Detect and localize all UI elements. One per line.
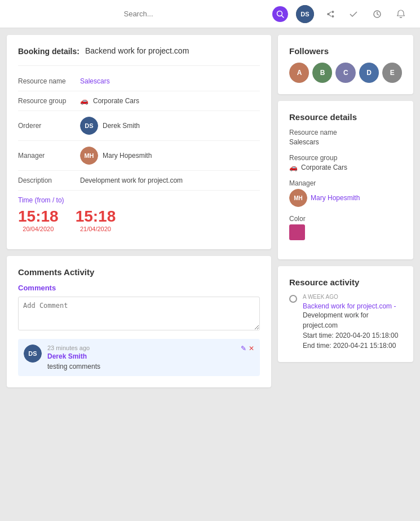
check-icon[interactable] bbox=[346, 6, 361, 22]
activity-end-time: End time: 2020-04-21 15:18:00 bbox=[303, 341, 402, 351]
comments-label: Comments bbox=[18, 284, 260, 292]
resource-name-value: Salescars bbox=[80, 77, 110, 85]
resource-details-color-value bbox=[289, 224, 402, 240]
time-to-date: 21/04/2020 bbox=[80, 226, 111, 232]
search-bar[interactable] bbox=[11, 10, 266, 18]
time-row: 15:18 20/04/2020 15:18 21/04/2020 bbox=[18, 207, 260, 232]
comment-avatar: DS bbox=[24, 345, 42, 363]
resource-details-group-value: 🚗 Corporate Cars bbox=[289, 164, 402, 171]
manager-row: Manager MH Mary Hopesmith bbox=[18, 141, 260, 171]
followers-avatars: A B C D E bbox=[289, 63, 402, 83]
main-content: Booking details: Backend work for projec… bbox=[0, 28, 420, 394]
comment-textarea[interactable] bbox=[18, 297, 260, 330]
resource-group-label: Resource group bbox=[18, 97, 80, 105]
description-value: Development work for project.com bbox=[80, 176, 183, 184]
car-icon-2: 🚗 bbox=[289, 164, 298, 171]
activity-time: A WEEK AGO bbox=[303, 294, 402, 300]
time-to-block: 15:18 21/04/2020 bbox=[76, 207, 116, 232]
resource-name-row: Resource name Salescars bbox=[18, 72, 260, 91]
activity-body: A WEEK AGO Backend work for project.com … bbox=[303, 294, 402, 351]
share-icon[interactable] bbox=[322, 6, 338, 22]
resource-details-card: Resource details Resource name Salescars… bbox=[278, 101, 413, 259]
booking-details-card: Booking details: Backend work for projec… bbox=[7, 35, 271, 249]
follower-avatar-5: E bbox=[382, 63, 402, 83]
resource-manager-avatar: MH bbox=[289, 189, 307, 207]
resource-details-color-field: Color bbox=[289, 215, 402, 240]
activity-item: A WEEK AGO Backend work for project.com … bbox=[289, 294, 402, 351]
clock-icon[interactable] bbox=[369, 6, 385, 22]
comment-item: DS 23 minutes ago Derek Smith testing co… bbox=[18, 339, 260, 376]
resource-details-title: Resource details bbox=[289, 112, 402, 122]
right-column: Followers A B C D E Reso bbox=[278, 35, 413, 387]
orderer-value: DS Derek Smith bbox=[80, 117, 140, 135]
resource-group-row: Resource group 🚗 Corporate Cars bbox=[18, 91, 260, 111]
header-icons: DS bbox=[272, 5, 409, 23]
user-avatar[interactable]: DS bbox=[296, 5, 314, 23]
time-to-value: 15:18 bbox=[76, 207, 116, 226]
orderer-avatar: DS bbox=[80, 117, 98, 135]
comments-section-title: Comments Activity bbox=[18, 267, 260, 277]
follower-avatar-1: A bbox=[289, 63, 309, 83]
comment-text: testing comments bbox=[47, 363, 254, 370]
time-from-block: 15:18 20/04/2020 bbox=[18, 207, 59, 232]
svg-line-1 bbox=[282, 15, 284, 17]
description-row: Description Development work for project… bbox=[18, 171, 260, 191]
bell-icon[interactable] bbox=[393, 6, 409, 22]
manager-avatar: MH bbox=[80, 147, 98, 165]
orderer-row: Orderer DS Derek Smith bbox=[18, 111, 260, 141]
comment-actions: ✎ ✕ bbox=[241, 345, 254, 352]
follower-avatar-3: C bbox=[335, 63, 355, 83]
activity-start-time: Start time: 2020-04-20 15:18:00 bbox=[303, 330, 402, 341]
comment-body: 23 minutes ago Derek Smith testing comme… bbox=[47, 345, 254, 370]
delete-icon[interactable]: ✕ bbox=[249, 345, 254, 352]
description-label: Description bbox=[18, 176, 80, 184]
booking-header: Booking details: Backend work for projec… bbox=[18, 46, 260, 56]
color-swatch bbox=[289, 224, 305, 240]
left-column: Booking details: Backend work for projec… bbox=[7, 35, 271, 387]
resource-details-name-label: Resource name bbox=[289, 129, 402, 136]
follower-avatar-4: D bbox=[359, 63, 379, 83]
resource-activity-title: Resource activity bbox=[289, 277, 402, 287]
resource-name-label: Resource name bbox=[18, 77, 80, 85]
manager-value: MH Mary Hopesmith bbox=[80, 147, 152, 165]
resource-details-group-field: Resource group 🚗 Corporate Cars bbox=[289, 154, 402, 171]
svg-line-3 bbox=[329, 14, 331, 16]
followers-title: Followers bbox=[289, 46, 402, 56]
edit-icon[interactable]: ✎ bbox=[241, 345, 246, 352]
comments-activity-card: Comments Activity Comments DS 23 minutes… bbox=[7, 256, 271, 387]
booking-title-value: Backend work for project.com bbox=[85, 46, 189, 55]
time-from-value: 15:18 bbox=[18, 207, 59, 226]
time-section: Time (from / to) 15:18 20/04/2020 15:18 … bbox=[18, 191, 260, 238]
header: DS bbox=[0, 0, 420, 28]
search-icon[interactable] bbox=[272, 6, 288, 22]
booking-title-label: Booking details: bbox=[18, 46, 79, 56]
resource-details-color-label: Color bbox=[289, 215, 402, 223]
time-label: Time (from / to) bbox=[18, 196, 260, 204]
resource-details-manager-label: Manager bbox=[289, 179, 402, 187]
resource-details-manager-field: Manager MH Mary Hopesmith bbox=[289, 179, 402, 207]
resource-details-group-label: Resource group bbox=[289, 154, 402, 162]
manager-label: Manager bbox=[18, 152, 80, 160]
time-from-date: 20/04/2020 bbox=[23, 226, 54, 232]
activity-dot bbox=[289, 295, 297, 303]
comment-author: Derek Smith bbox=[47, 352, 254, 360]
comment-meta: 23 minutes ago bbox=[47, 345, 254, 351]
search-input[interactable] bbox=[77, 10, 201, 18]
follower-avatar-2: B bbox=[312, 63, 332, 83]
followers-card: Followers A B C D E bbox=[278, 35, 413, 94]
orderer-label: Orderer bbox=[18, 122, 80, 130]
car-icon: 🚗 bbox=[80, 97, 89, 105]
resource-details-name-field: Resource name Salescars bbox=[289, 129, 402, 146]
resource-group-value: 🚗 Corporate Cars bbox=[80, 97, 139, 105]
activity-description: Development work for project.com bbox=[303, 310, 402, 330]
resource-details-name-value: Salescars bbox=[289, 138, 402, 146]
activity-link[interactable]: Backend work for project.com - bbox=[303, 302, 402, 310]
svg-line-2 bbox=[329, 12, 331, 14]
resource-activity-card: Resource activity A WEEK AGO Backend wor… bbox=[278, 266, 413, 362]
resource-details-manager-value: MH Mary Hopesmith bbox=[289, 189, 402, 207]
